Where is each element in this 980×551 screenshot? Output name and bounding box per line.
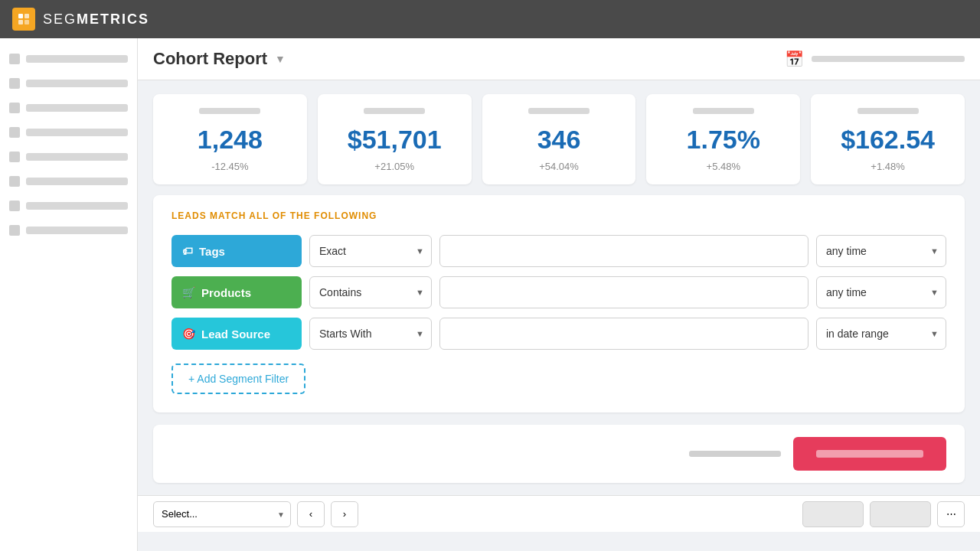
more-button[interactable]: ⋯ [937,501,965,527]
stat-value-3: 346 [495,125,624,155]
tags-time-select[interactable]: any time in date range last 7 days last … [816,235,946,267]
filter-products-label: Products [201,286,251,299]
report-title-dropdown[interactable]: Cohort Report ▼ [153,49,286,69]
more-icon: ⋯ [946,508,956,520]
logo-icon [12,8,35,31]
sidebar-label [26,55,128,63]
export-button[interactable] [802,501,864,527]
content-area: Cohort Report ▼ 📅 1,248 -12.45% $51,701 … [138,38,980,551]
stat-label [858,108,919,114]
stat-card-3: 346 +54.04% [482,94,636,184]
next-button[interactable]: › [331,501,358,527]
sidebar-item[interactable] [9,152,128,162]
date-range-display [812,56,965,62]
action-placeholder [689,451,781,457]
stat-card-5: $162.54 +1.48% [811,94,965,184]
segment-section: LEADS MATCH ALL OF THE FOLLOWING 🏷 Tags … [153,195,965,412]
svg-rect-3 [24,20,29,24]
filter-tags-label: Tags [199,245,225,258]
stat-label [693,108,754,114]
sidebar-label [26,153,128,161]
sidebar-item[interactable] [9,127,128,138]
svg-rect-0 [18,14,23,18]
stat-card-4: 1.75% +5.48% [646,94,800,184]
sidebar [0,38,138,551]
products-icon: 🛒 [182,286,195,298]
sidebar-dot [9,201,20,211]
sidebar-label [26,202,128,210]
products-condition-select-wrapper: Exact Contains Starts With Ends With [309,276,432,308]
prev-icon: ‹ [309,508,312,520]
sidebar-item[interactable] [9,225,128,236]
products-condition-select[interactable]: Exact Contains Starts With Ends With [309,276,432,308]
segment-title: LEADS MATCH ALL OF THE FOLLOWING [172,210,946,221]
sidebar-label [26,178,128,185]
tags-value-input[interactable] [439,235,808,267]
stat-value-2: $51,701 [330,125,459,155]
filter-leadsource-button[interactable]: 🎯 Lead Source [172,318,302,350]
stats-row: 1,248 -12.45% $51,701 +21.05% 346 +54.04… [138,80,980,195]
sidebar-dot [9,225,20,236]
tags-condition-select[interactable]: Exact Contains Starts With Ends With [309,235,432,267]
stat-change-4: +5.48% [658,161,788,172]
add-segment-filter-button[interactable]: + Add Segment Filter [172,364,305,394]
sidebar-dot [9,78,20,89]
stat-change-3: +54.04% [495,161,624,172]
leadsource-value-input[interactable] [439,318,808,350]
leadsource-icon: 🎯 [182,328,195,340]
view-select[interactable]: Select... [153,501,291,527]
stat-value-4: 1.75% [658,125,788,155]
sidebar-item[interactable] [9,176,128,187]
stat-card-1: 1,248 -12.45% [153,94,307,184]
leadsource-condition-select[interactable]: Exact Contains Starts With Ends With [309,318,432,350]
settings-button[interactable] [870,501,931,527]
calendar-icon[interactable]: 📅 [785,50,804,68]
sidebar-dot [9,152,20,162]
stat-change-1: -12.45% [165,161,295,172]
action-row [153,425,965,483]
sidebar-dot [9,54,20,64]
dropdown-arrow-icon: ▼ [275,53,286,65]
sidebar-label [26,80,128,87]
tags-icon: 🏷 [182,245,193,257]
filter-leadsource-label: Lead Source [201,328,270,341]
stat-label [364,108,425,114]
stat-label [199,108,260,114]
sidebar-item[interactable] [9,78,128,89]
filter-products-button[interactable]: 🛒 Products [172,276,302,308]
products-time-select-wrapper: any time in date range last 7 days last … [816,276,946,308]
leadsource-time-select[interactable]: any time in date range last 7 days last … [816,318,946,350]
next-icon: › [343,508,346,520]
stat-change-5: +1.48% [823,161,952,172]
view-select-wrapper: Select... [153,501,291,527]
stat-value-5: $162.54 [823,125,952,155]
svg-rect-1 [24,14,29,18]
bottom-toolbar: Select... ‹ › ⋯ [138,495,980,532]
tags-condition-select-wrapper: Exact Contains Starts With Ends With [309,235,432,267]
stat-value-1: 1,248 [165,125,295,155]
sidebar-item[interactable] [9,54,128,64]
filter-row-tags: 🏷 Tags Exact Contains Starts With Ends W… [172,235,946,267]
stat-label [528,108,590,114]
leadsource-time-select-wrapper: any time in date range last 7 days last … [816,318,946,350]
filter-row-leadsource: 🎯 Lead Source Exact Contains Starts With… [172,318,946,350]
stat-card-2: $51,701 +21.05% [318,94,472,184]
products-time-select[interactable]: any time in date range last 7 days last … [816,276,946,308]
products-value-input[interactable] [439,276,808,308]
sidebar-label [26,129,128,136]
run-btn-label [816,450,923,458]
svg-rect-2 [18,20,23,24]
sidebar-dot [9,176,20,187]
sidebar-dot [9,127,20,138]
app-name: SEGMETRICS [43,11,149,28]
tags-time-select-wrapper: any time in date range last 7 days last … [816,235,946,267]
stat-change-2: +21.05% [330,161,459,172]
filter-row-products: 🛒 Products Exact Contains Starts With En… [172,276,946,308]
sidebar-item[interactable] [9,201,128,211]
filter-tags-button[interactable]: 🏷 Tags [172,235,302,267]
header-bar: Cohort Report ▼ 📅 [138,38,980,80]
run-report-button[interactable] [793,437,946,471]
sidebar-item[interactable] [9,103,128,113]
prev-button[interactable]: ‹ [297,501,325,527]
report-title: Cohort Report [153,49,267,69]
